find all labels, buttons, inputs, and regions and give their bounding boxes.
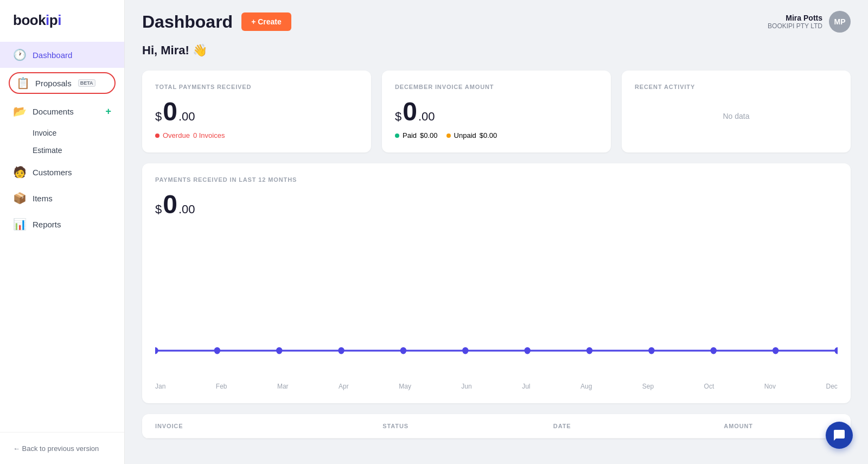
sidebar-item-customers[interactable]: 🧑 Customers — [0, 159, 124, 185]
unpaid-indicator: Unpaid $0.00 — [446, 131, 497, 139]
sidebar-item-dashboard[interactable]: 🕐 Dashboard — [0, 42, 124, 68]
dashboard-icon: 🕐 — [13, 48, 26, 61]
total-payments-title: TOTAL PAYMENTS RECEIVED — [155, 84, 358, 90]
main-content: Dashboard + Create Mira Potts BOOKIPI PT… — [125, 0, 868, 464]
items-icon: 📦 — [13, 192, 26, 205]
svg-point-4 — [338, 347, 344, 354]
svg-point-5 — [400, 347, 406, 354]
svg-point-7 — [524, 347, 530, 354]
sidebar-item-reports[interactable]: 📊 Reports — [0, 211, 124, 237]
sidebar-item-documents[interactable]: 📂 Documents + — [0, 98, 124, 124]
december-invoice-title: DECEMBER INVOICE AMOUNT — [395, 84, 598, 90]
chart-area — [155, 226, 838, 378]
reports-icon: 📊 — [13, 218, 26, 231]
chat-button[interactable] — [826, 422, 853, 449]
documents-subnav: Invoice Estimate — [0, 124, 124, 159]
page-header: Dashboard + Create Mira Potts BOOKIPI PT… — [125, 0, 868, 43]
svg-point-9 — [648, 347, 654, 354]
sidebar-navigation: 🕐 Dashboard 📋 Proposals BETA 📂 Documents… — [0, 40, 124, 432]
customers-icon: 🧑 — [13, 166, 26, 179]
invoice-table-card: INVOICE STATUS DATE AMOUNT — [142, 414, 851, 438]
overdue-indicator: Overdue 0 Invoices — [155, 131, 358, 139]
sidebar-item-estimate[interactable]: Estimate — [33, 142, 124, 159]
chart-total-amount: $ 0 .00 — [155, 192, 838, 218]
column-status: STATUS — [382, 423, 553, 429]
user-name: Mira Potts — [768, 14, 822, 22]
payments-chart-card: PAYMENTS RECEIVED IN LAST 12 MONTHS $ 0 … — [142, 163, 851, 403]
top-cards: TOTAL PAYMENTS RECEIVED $ 0 .00 Overdue … — [142, 71, 851, 152]
december-invoice-card: DECEMBER INVOICE AMOUNT $ 0 .00 Paid $0.… — [382, 71, 611, 152]
user-info: Mira Potts BOOKIPI PTY LTD — [768, 14, 822, 30]
paid-indicator: Paid $0.00 — [395, 131, 438, 139]
chart-svg — [155, 226, 838, 378]
paid-dot — [395, 134, 399, 138]
recent-activity-card: RECENT ACTIVITY No data — [622, 71, 851, 152]
logo[interactable]: bookipi — [0, 0, 124, 40]
sidebar-item-label: Items — [33, 194, 53, 203]
unpaid-dot — [446, 134, 451, 138]
sidebar-item-label: Reports — [33, 220, 61, 229]
beta-badge: BETA — [78, 79, 95, 87]
sidebar: bookipi 🕐 Dashboard 📋 Proposals BETA 📂 D… — [0, 0, 125, 464]
documents-icon: 📂 — [13, 105, 26, 118]
add-document-button[interactable]: + — [105, 106, 111, 117]
december-invoice-amount: $ 0 .00 — [395, 99, 598, 125]
column-invoice: INVOICE — [155, 423, 382, 429]
svg-point-11 — [773, 347, 778, 354]
svg-point-8 — [586, 347, 592, 354]
greeting: Hi, Mira! 👋 — [142, 43, 851, 58]
user-company: BOOKIPI PTY LTD — [768, 22, 822, 30]
create-button[interactable]: + Create — [241, 12, 291, 31]
svg-point-12 — [834, 347, 838, 354]
chat-icon — [833, 429, 846, 442]
sidebar-item-invoice[interactable]: Invoice — [33, 124, 124, 142]
proposals-label: Proposals — [35, 79, 72, 88]
sidebar-item-label: Customers — [33, 168, 72, 177]
sidebar-item-items[interactable]: 📦 Items — [0, 185, 124, 211]
sidebar-item-proposals[interactable]: 📋 Proposals BETA — [0, 68, 124, 98]
svg-point-3 — [276, 347, 282, 354]
sidebar-footer: ← Back to previous version — [0, 432, 124, 464]
recent-activity-title: RECENT ACTIVITY — [635, 84, 838, 90]
no-data-label: No data — [635, 112, 838, 120]
column-amount: AMOUNT — [724, 423, 838, 429]
sidebar-item-label: Documents — [33, 107, 74, 116]
svg-point-1 — [155, 347, 158, 354]
column-date: DATE — [553, 423, 724, 429]
sidebar-item-label: Dashboard — [33, 50, 72, 60]
table-header: INVOICE STATUS DATE AMOUNT — [142, 414, 851, 438]
total-payments-amount: $ 0 .00 — [155, 99, 358, 125]
dashboard-content: Hi, Mira! 👋 TOTAL PAYMENTS RECEIVED $ 0 … — [125, 43, 868, 456]
paid-unpaid-row: Paid $0.00 Unpaid $0.00 — [395, 131, 598, 139]
proposals-icon: 📋 — [16, 77, 30, 90]
chart-title: PAYMENTS RECEIVED IN LAST 12 MONTHS — [155, 176, 838, 183]
svg-point-10 — [711, 347, 717, 354]
page-title: Dashboard — [142, 12, 233, 32]
overdue-dot — [155, 134, 159, 138]
svg-point-6 — [462, 347, 468, 354]
avatar[interactable]: MP — [829, 11, 851, 33]
chart-labels: Jan Feb Mar Apr May Jun Jul Aug Sep Oct … — [155, 378, 838, 390]
svg-point-2 — [214, 347, 220, 354]
total-payments-card: TOTAL PAYMENTS RECEIVED $ 0 .00 Overdue … — [142, 71, 371, 152]
back-to-previous-link[interactable]: ← Back to previous version — [13, 444, 99, 453]
